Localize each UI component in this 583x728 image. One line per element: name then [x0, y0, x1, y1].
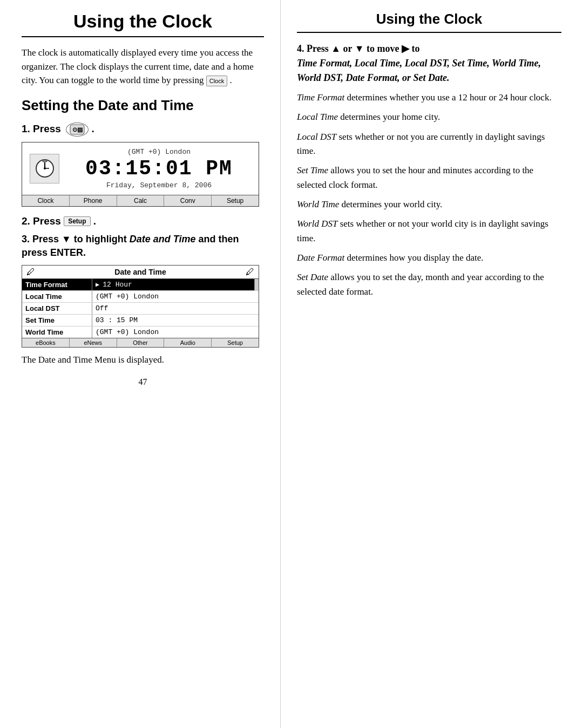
dt-tab-ebooks[interactable]: eBooks: [22, 338, 70, 347]
clock-time: 03:15:01 PM: [67, 157, 251, 180]
section2-heading: Setting the Date and Time: [22, 97, 264, 114]
clock-tab-clock[interactable]: Clock: [22, 195, 70, 206]
clock-right: (GMT +0) London 03:15:01 PM Friday, Sept…: [67, 148, 251, 189]
clock-tab-conv[interactable]: Conv: [164, 195, 212, 206]
svg-rect-6: [43, 160, 47, 162]
dt-header-icon-right: 🖊: [246, 267, 254, 277]
step4-heading: 4. Press ▲ or ▼ to move ▶ to Time Format…: [297, 42, 561, 85]
para-worlddst: World DST sets whether or not your world…: [297, 217, 561, 246]
para-worldtime: World Time determines your world city.: [297, 198, 561, 212]
step4-press: Press ▲ or ▼ to move ▶ to: [307, 43, 419, 54]
setup-btn-inline: Setup: [64, 216, 90, 226]
title-rule-left: [22, 36, 264, 37]
step4-num: 4.: [297, 43, 307, 54]
dt-table-body: Time Format ▶ 12 Hour Local Time (GMT +0…: [22, 279, 259, 338]
clock-icon-box: [30, 154, 59, 183]
svg-point-5: [44, 167, 46, 169]
para-dateformat: Date Format determines how you display t…: [297, 251, 561, 265]
intro-text: The clock is automatically displayed eve…: [22, 46, 264, 87]
page-number: 47: [22, 377, 264, 387]
left-column: Using the Clock The clock is automatical…: [0, 0, 281, 728]
step4-or: or: [400, 72, 413, 83]
dt-row-timeformat: Time Format ▶ 12 Hour: [22, 279, 259, 291]
dt-row-localdst: Local DST Off: [22, 303, 259, 315]
para-settime: Set Time allows you to set the hour and …: [297, 164, 561, 192]
dt-row-localtime: Local Time (GMT +0) London: [22, 291, 259, 303]
clock-tab-setup[interactable]: Setup: [212, 195, 259, 206]
dt-arrow-timeformat: ▶: [96, 281, 99, 289]
para-localdst: Local DST sets whether or not you are cu…: [297, 130, 561, 159]
para-localtime: Local Time determines your home city.: [297, 110, 561, 124]
clock-face-icon: [35, 159, 55, 178]
dt-table-container: 🖊 Date and Time 🖊 Time Format ▶ 12 Hour …: [22, 265, 259, 348]
dt-tab-other[interactable]: Other: [117, 338, 165, 347]
clock-tabs: Clock Phone Calc Conv Setup: [22, 195, 259, 206]
clock-tab-calc[interactable]: Calc: [117, 195, 165, 206]
step4-set-date: Set Date.: [413, 72, 450, 83]
step3-heading: 3. Press ▼ to highlight Date and Time an…: [22, 233, 264, 260]
dt-tab-setup[interactable]: Setup: [212, 338, 259, 347]
dt-table-header: 🖊 Date and Time 🖊: [22, 266, 259, 279]
summary-text: The Date and Time Menu is displayed.: [22, 353, 264, 367]
clock-gmt: (GMT +0) London: [67, 148, 251, 156]
main-title-left: Using the Clock: [22, 11, 264, 32]
step2-heading: 2. Press Setup .: [22, 215, 264, 227]
dt-bottom-tabs: eBooks eNews Other Audio Setup: [22, 338, 259, 347]
para-setdate: Set Date allows you to set the day, mont…: [297, 270, 561, 299]
dt-header-icon-left: 🖊: [26, 267, 35, 277]
dt-scrollbar: [254, 279, 259, 290]
title-rule-right: [297, 32, 561, 33]
clock-button-inline: Clock: [206, 76, 228, 87]
right-title: Using the Clock: [297, 11, 561, 28]
svg-text:⊙▤: ⊙▤: [72, 126, 83, 133]
step1-icon: ⊙▤: [66, 123, 89, 137]
dt-tab-enews[interactable]: eNews: [70, 338, 117, 347]
clock-screen: (GMT +0) London 03:15:01 PM Friday, Sept…: [22, 142, 259, 207]
dt-row-settime: Set Time 03 : 15 PM: [22, 315, 259, 326]
right-column: Using the Clock 4. Press ▲ or ▼ to move …: [281, 0, 583, 728]
para-timeformat: Time Format determines whether you use a…: [297, 91, 561, 105]
dt-tab-audio[interactable]: Audio: [164, 338, 212, 347]
dt-row-worldtime: World Time (GMT +0) London: [22, 326, 259, 338]
clock-date: Friday, September 8, 2006: [67, 181, 251, 189]
clock-tab-phone[interactable]: Phone: [70, 195, 117, 206]
dt-header-title: Date and Time: [114, 268, 166, 276]
clock-screen-inner: (GMT +0) London 03:15:01 PM Friday, Sept…: [22, 142, 259, 195]
step1-heading: 1. Press ⊙▤ .: [22, 123, 264, 137]
page-container: Using the Clock The clock is automatical…: [0, 0, 583, 728]
